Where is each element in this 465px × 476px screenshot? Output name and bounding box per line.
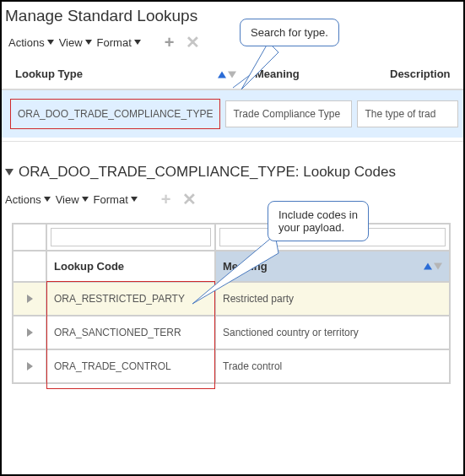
caret-down-icon [47,40,54,45]
section-title: ORA_DOO_TRADE_COMPLIANCE_TYPE: Lookup Co… [2,160,463,184]
callout-line1: Include codes in [278,208,358,221]
view-label: View [56,193,79,206]
add-icon[interactable]: + [161,34,178,51]
actions-menu[interactable]: Actions [5,193,51,206]
code-cell: ORA_SANCTIONED_TERR [46,316,215,349]
filter-expander [13,224,46,251]
page-title: Manage Standard Lookups [2,2,463,27]
format-menu[interactable]: Format [94,193,138,206]
description-value[interactable]: The type of trad [357,100,458,127]
view-menu[interactable]: View [56,193,89,206]
lookup-type-value: ORA_DOO_TRADE_COMPLIANCE_TYPE [10,99,220,129]
meaning-cell: Sanctioned country or territory [215,316,450,349]
caret-down-icon [131,197,138,202]
format-label: Format [94,193,128,206]
caret-down-icon [44,197,51,202]
col-description[interactable]: Description [376,61,463,89]
expand-icon[interactable] [13,349,46,383]
col-expander [13,251,46,282]
view-label: View [59,36,83,49]
sort-desc-icon[interactable] [434,262,442,269]
disclose-icon[interactable] [5,169,14,176]
format-label: Format [97,36,132,49]
svg-marker-2 [192,235,278,304]
expand-icon[interactable] [13,316,46,349]
callout-search-type: Search for type. [240,19,339,46]
meaning-value[interactable]: Trade Compliance Type [225,100,352,127]
expand-icon[interactable] [13,282,46,316]
add-icon[interactable]: + [158,191,175,208]
sort-asc-icon[interactable] [424,262,432,269]
lower-toolbar: Actions View Format + ✕ [2,184,463,218]
table-row[interactable]: ORA_DOO_TRADE_COMPLIANCE_TYPE Trade Comp… [2,89,463,138]
table-row[interactable]: ORA_TRADE_CONTROL Trade control [13,349,450,383]
section-title-text: ORA_DOO_TRADE_COMPLIANCE_TYPE: Lookup Co… [19,164,396,181]
meaning-cell: Trade control [215,349,450,383]
view-menu[interactable]: View [59,36,92,49]
sort-asc-icon[interactable] [218,71,226,78]
delete-icon[interactable]: ✕ [179,191,200,208]
actions-label: Actions [5,193,41,206]
caret-down-icon [85,40,92,45]
format-menu[interactable]: Format [97,36,141,49]
actions-label: Actions [8,36,45,49]
caret-down-icon [82,197,89,202]
code-cell: ORA_TRADE_CONTROL [46,349,215,383]
svg-marker-1 [241,42,278,89]
caret-down-icon [134,40,141,45]
callout-line2: your payload. [278,221,344,234]
actions-menu[interactable]: Actions [8,36,54,49]
col-lookup-type-label: Lookup Type [15,68,83,80]
callout-include-codes: Include codes in your payload. [268,201,369,241]
delete-icon[interactable]: ✕ [182,34,203,51]
table-row[interactable]: ORA_SANCTIONED_TERR Sanctioned country o… [13,316,450,349]
col-lookup-type[interactable]: Lookup Type [2,61,241,89]
